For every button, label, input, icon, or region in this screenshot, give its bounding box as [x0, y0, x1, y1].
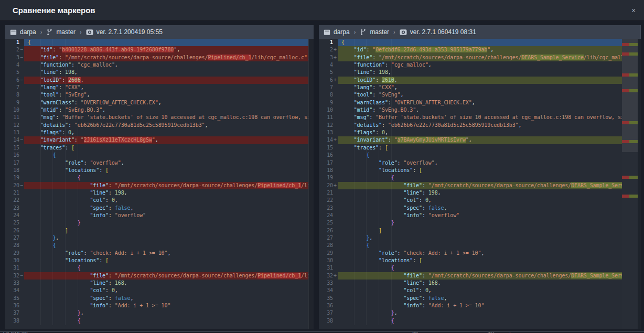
code-line[interactable]: 21 "line": 198, — [5, 189, 308, 197]
code-line[interactable]: 32− "file": "/mnt/scratch/sources/darpa-… — [5, 272, 308, 280]
line-number: 1 — [319, 39, 333, 46]
code-line[interactable]: 10 "mtid": "SvEng.BO.3", — [5, 106, 308, 114]
version-crumb[interactable]: ver. 2.7.1 200419 05:55 — [86, 28, 163, 36]
code-line[interactable]: 9 "warnClass": "OVERFLOW_AFTER_CHECK.EX"… — [5, 99, 308, 106]
code-line[interactable]: 12 "details": "eb626b67e22c7730a81d5c25c… — [5, 122, 308, 129]
code-line[interactable]: 3− "file": "/mnt/scratch/sources/darpa-s… — [5, 54, 308, 61]
code-line[interactable]: 20− "file": "/mnt/scratch/sources/darpa-… — [5, 182, 308, 189]
code-line[interactable]: 2− "id": "b4001228-a886-443f-ab49-19f268… — [5, 46, 308, 53]
diff-editor-left[interactable]: 1{2− "id": "b4001228-a886-443f-ab49-19f2… — [5, 39, 308, 329]
branch-crumb[interactable]: master — [360, 28, 389, 36]
code-line[interactable]: 9 "warnClass": "OVERFLOW_AFTER_CHECK.EX"… — [319, 99, 622, 106]
archive-icon — [324, 29, 330, 36]
code-line[interactable]: 14+ "invariant": "a7BAwyGmyJUivMRT1sIvrw… — [319, 136, 622, 144]
version-crumb[interactable]: ver. 2.7.1 060419 08:31 — [400, 28, 476, 36]
gutter: 29 — [5, 250, 24, 257]
code-line[interactable]: 17 "role": "overflow", — [5, 159, 308, 167]
code-text: "file": "/mnt/scratch/sources/darpa-sour… — [24, 272, 308, 280]
close-icon[interactable]: × — [628, 5, 639, 16]
diff-sign — [333, 174, 338, 181]
code-line[interactable]: 1{ — [5, 39, 308, 46]
code-text: "col": 0, — [338, 197, 622, 204]
code-line[interactable]: 16 { — [319, 152, 622, 159]
diff-editor-right[interactable]: 1{2+ "id": "0efcbdf6-27d6-493d-a353-9851… — [319, 39, 622, 329]
code-line[interactable]: 6+ "locID": 2610, — [319, 77, 622, 84]
line-number: 38 — [5, 317, 19, 325]
branch-crumb[interactable]: master — [46, 28, 76, 36]
code-line[interactable]: 37 }, — [319, 309, 622, 317]
code-line[interactable]: 8 "tool": "SvEng", — [5, 91, 308, 99]
code-line[interactable]: 27 }, — [319, 234, 622, 242]
code-line[interactable]: 36 "info": "Add: i + 1 >= 10" — [5, 302, 308, 309]
code-line[interactable]: 25 } — [319, 219, 622, 227]
repo-crumb[interactable]: darpa — [324, 28, 350, 36]
code-line[interactable]: 11 "msg": "Buffer 'state.buckets' of siz… — [319, 114, 622, 121]
code-line[interactable]: 6− "locID": 2606, — [5, 77, 308, 84]
code-line[interactable]: 16 { — [5, 152, 308, 159]
code-line[interactable]: 4 "function": "cgc_malloc", — [5, 61, 308, 69]
code-line[interactable]: 34 "col": 0, — [5, 287, 308, 294]
code-line[interactable]: 1{ — [319, 39, 622, 46]
code-line[interactable]: 20+ "file": "/mnt/scratch/sources/darpa-… — [319, 182, 622, 189]
code-line[interactable]: 30 "locations": [ — [319, 257, 622, 264]
code-line[interactable]: 38 { — [319, 317, 622, 325]
code-line[interactable]: 29 "role": "check: Add: i + 1 >= 10", — [319, 250, 622, 257]
scrollbar-track[interactable] — [308, 39, 314, 329]
code-line[interactable]: 5 "line": 198, — [5, 69, 308, 76]
code-line[interactable]: 8 "tool": "SvEng", — [319, 91, 622, 99]
code-line[interactable]: 19 { — [319, 174, 622, 181]
code-line[interactable]: 21 "line": 198, — [319, 189, 622, 197]
code-line[interactable]: 7 "lang": "CXX", — [5, 84, 308, 91]
repo-crumb[interactable]: darpa — [10, 28, 36, 36]
gutter: 33 — [319, 280, 338, 287]
code-line[interactable]: 19 { — [5, 174, 308, 181]
code-line[interactable]: 37 }, — [5, 309, 308, 317]
code-line[interactable]: 18 "locations": [ — [5, 167, 308, 174]
code-line[interactable]: 23 "spec": false, — [319, 205, 622, 212]
code-line[interactable]: 32+ "file": "/mnt/scratch/sources/darpa-… — [319, 272, 622, 280]
code-line[interactable]: 10 "mtid": "SvEng.BO.3", — [319, 106, 622, 114]
code-line[interactable]: 11 "msg": "Buffer 'state.buckets' of siz… — [5, 114, 308, 121]
code-line[interactable]: 17 "role": "overflow", — [319, 159, 622, 167]
code-line[interactable]: 22 "col": 0, — [319, 197, 622, 204]
code-line[interactable]: 31 { — [5, 264, 308, 272]
diff-sign: − — [19, 54, 24, 61]
code-line[interactable]: 24 "info": "overflow" — [5, 212, 308, 219]
code-line[interactable]: 30 "locations": [ — [5, 257, 308, 264]
code-line[interactable]: 22 "col": 0, — [5, 197, 308, 204]
code-line[interactable]: 31 { — [319, 264, 622, 272]
code-line[interactable]: 27 }, — [5, 234, 308, 242]
code-line[interactable]: 24 "info": "overflow" — [319, 212, 622, 219]
code-line[interactable]: 23 "spec": false, — [5, 205, 308, 212]
code-line[interactable]: 35 "spec": false, — [319, 295, 622, 302]
code-line[interactable]: 2+ "id": "0efcbdf6-27d6-493d-a353-985179… — [319, 46, 622, 53]
code-line[interactable]: 3+ "file": "/mnt/scratch/sources/darpa-s… — [319, 54, 622, 61]
diff-sign — [333, 280, 338, 287]
code-line[interactable]: 33 "line": 168, — [319, 280, 622, 287]
code-line[interactable]: 38 { — [5, 317, 308, 325]
code-line[interactable]: 12 "details": "eb626b67e22c7730a81d5c25c… — [319, 122, 622, 129]
code-line[interactable]: 29 "role": "check: Add: i + 1 >= 10", — [5, 250, 308, 257]
code-line[interactable]: 18 "locations": [ — [319, 167, 622, 174]
code-line[interactable]: 15 "traces": [ — [5, 144, 308, 152]
code-line[interactable]: 13 "flags": 0, — [319, 129, 622, 136]
code-line[interactable]: 34 "col": 0, — [319, 287, 622, 294]
code-line[interactable]: 26 ] — [5, 227, 308, 234]
code-line[interactable]: 14− "invariant": "2Ji6isXz11eTXczcHL8gSw… — [5, 136, 308, 144]
code-line[interactable]: 7 "lang": "CXX", — [319, 84, 622, 91]
diff-sign: + — [333, 136, 338, 144]
code-line[interactable]: 35 "spec": false, — [5, 295, 308, 302]
gutter: 7 — [5, 84, 24, 91]
overview-ruler[interactable] — [622, 39, 638, 329]
code-line[interactable]: 36 "info": "Add: i + 1 >= 10" — [319, 302, 622, 309]
code-line[interactable]: 5 "line": 198, — [319, 69, 622, 76]
code-line[interactable]: 4 "function": "cgc_malloc", — [319, 61, 622, 69]
code-line[interactable]: 33 "line": 168, — [5, 280, 308, 287]
code-line[interactable]: 26 ] — [319, 227, 622, 234]
scrollbar-thumb[interactable] — [622, 39, 638, 152]
code-line[interactable]: 13 "flags": 0, — [5, 129, 308, 136]
code-line[interactable]: 15 "traces": [ — [319, 144, 622, 152]
code-line[interactable]: 28 { — [319, 242, 622, 249]
code-line[interactable]: 28 { — [5, 242, 308, 249]
code-line[interactable]: 25 } — [5, 219, 308, 227]
